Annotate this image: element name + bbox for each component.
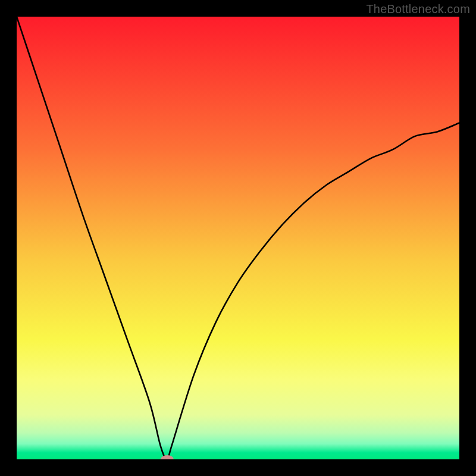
attribution-text: TheBottleneck.com: [366, 2, 470, 16]
chart-frame: TheBottleneck.com: [0, 0, 476, 476]
gradient-background: [17, 17, 459, 459]
plot-area: [17, 17, 459, 459]
chart-svg: [17, 17, 459, 459]
